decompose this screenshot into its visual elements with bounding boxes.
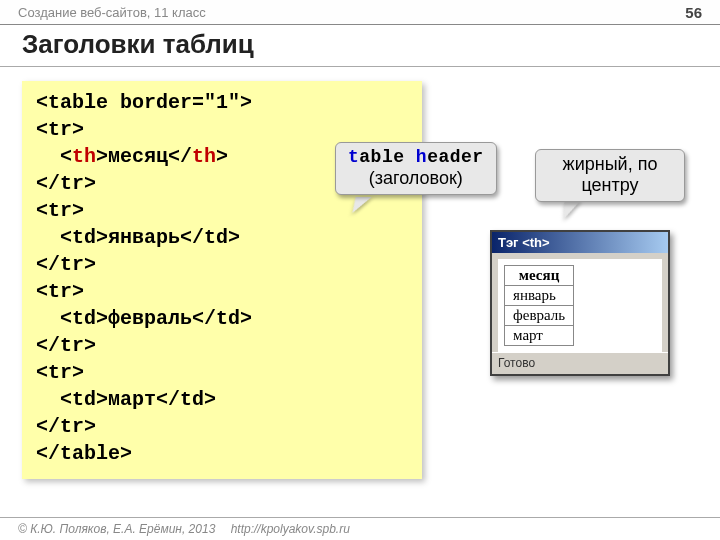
browser-status: Готово: [492, 352, 668, 374]
callout-bold-center: жирный, по центру: [535, 149, 685, 202]
callout-mono-line: table header: [348, 147, 484, 168]
page-number: 56: [685, 4, 702, 21]
preview-td: январь: [505, 286, 574, 306]
preview-td: февраль: [505, 306, 574, 326]
callout-tail: [556, 201, 580, 219]
callout-sub: (заголовок): [348, 168, 484, 189]
slide-header: Создание веб-сайтов, 11 класс 56: [0, 0, 720, 25]
preview-th: месяц: [505, 266, 574, 286]
browser-preview: Тэг <th> месяц январь февраль март Готов…: [490, 230, 670, 376]
browser-titlebar: Тэг <th>: [492, 232, 668, 253]
preview-td: март: [505, 326, 574, 346]
code-block: <table border="1"> <tr> <th>месяц</th> <…: [22, 81, 422, 479]
copyright: © К.Ю. Поляков, Е.А. Ерёмин, 2013: [18, 522, 215, 536]
content-area: <table border="1"> <tr> <th>месяц</th> <…: [0, 67, 720, 479]
footer-url: http://kpolyakov.spb.ru: [231, 522, 350, 536]
slide-title: Заголовки таблиц: [0, 25, 720, 67]
callout-table-header: table header (заголовок): [335, 142, 497, 195]
preview-table: месяц январь февраль март: [504, 265, 574, 346]
course-label: Создание веб-сайтов, 11 класс: [18, 5, 206, 20]
slide-footer: © К.Ю. Поляков, Е.А. Ерёмин, 2013 http:/…: [0, 517, 720, 540]
browser-body: месяц январь февраль март: [498, 259, 662, 352]
